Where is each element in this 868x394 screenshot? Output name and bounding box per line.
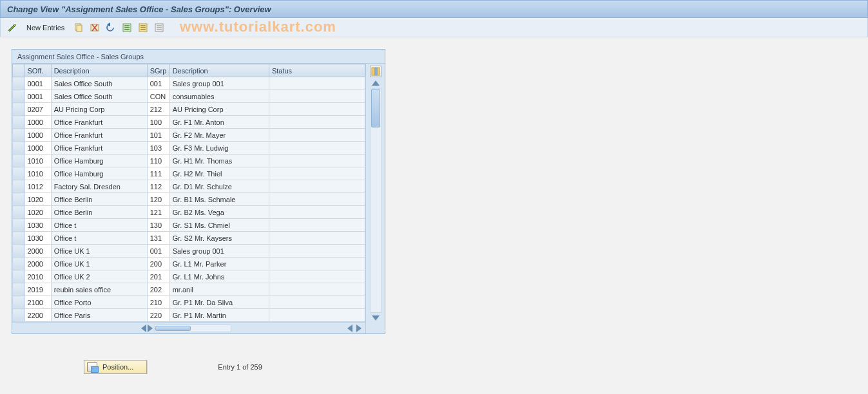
delete-icon[interactable] <box>88 21 101 34</box>
row-select-handle[interactable] <box>13 232 25 245</box>
row-select-handle[interactable] <box>13 206 25 219</box>
position-label: Position... <box>102 363 133 371</box>
position-button[interactable]: Position... <box>84 360 147 374</box>
scroll-right-icon[interactable] <box>148 324 153 332</box>
scroll-left-icon[interactable] <box>141 324 146 332</box>
application-toolbar: New Entries www.tutorialkart.com <box>0 18 868 37</box>
cell-sgrp[interactable]: 112 <box>147 180 169 193</box>
cell-sgrp[interactable]: CON <box>147 90 169 103</box>
row-select-handle[interactable] <box>13 219 25 232</box>
cell-desc1: Office Hamburg <box>51 155 147 167</box>
cell-soff[interactable]: 1030 <box>24 232 51 245</box>
cell-soff[interactable]: 1020 <box>24 193 51 206</box>
scroll-right-end-icon[interactable] <box>356 324 362 332</box>
cell-soff[interactable]: 2000 <box>24 258 51 270</box>
col-desc2[interactable]: Description <box>169 64 269 77</box>
copy-as-icon[interactable] <box>72 21 85 34</box>
cell-sgrp[interactable]: 121 <box>147 206 169 219</box>
cell-soff[interactable]: 2200 <box>24 309 51 322</box>
cell-soff[interactable]: 1030 <box>24 219 51 232</box>
cell-sgrp[interactable]: 130 <box>147 219 169 232</box>
cell-soff[interactable]: 2000 <box>24 245 51 258</box>
cell-sgrp[interactable]: 200 <box>147 258 169 270</box>
col-sgrp[interactable]: SGrp <box>147 64 169 77</box>
row-select-handle[interactable] <box>13 142 25 155</box>
watermark-text: www.tutorialkart.com <box>180 19 336 35</box>
cell-sgrp[interactable]: 120 <box>147 193 169 206</box>
cell-sgrp[interactable]: 220 <box>147 309 169 322</box>
row-select-handle[interactable] <box>13 103 25 116</box>
row-select-handle[interactable] <box>13 258 25 270</box>
row-select-handle[interactable] <box>13 167 25 180</box>
cell-soff[interactable]: 2010 <box>24 270 51 283</box>
row-select-handle[interactable] <box>13 180 25 193</box>
cell-soff[interactable]: 1000 <box>24 129 51 142</box>
h-scroll-thumb[interactable] <box>155 326 191 331</box>
window-titlebar: Change View "Assignment Sales Office - S… <box>0 0 868 18</box>
h-scroll-track[interactable] <box>154 324 231 332</box>
row-select-handle[interactable] <box>13 296 25 309</box>
cell-sgrp[interactable]: 131 <box>147 232 169 245</box>
configure-columns-icon[interactable] <box>370 66 381 77</box>
cell-soff[interactable]: 1010 <box>24 167 51 180</box>
cell-sgrp[interactable]: 001 <box>147 77 169 90</box>
cell-sgrp[interactable]: 212 <box>147 103 169 116</box>
row-select-handle[interactable] <box>13 129 25 142</box>
cell-desc1: AU Pricing Corp <box>51 103 147 116</box>
cell-sgrp[interactable]: 001 <box>147 245 169 258</box>
undo-change-icon[interactable] <box>104 21 117 34</box>
cell-soff[interactable]: 1000 <box>24 142 51 155</box>
deselect-all-icon[interactable] <box>153 21 166 34</box>
scroll-left-end-icon[interactable] <box>347 324 352 332</box>
cell-desc2: Sales group 001 <box>169 77 269 90</box>
cell-status <box>269 167 365 180</box>
cell-soff[interactable]: 0207 <box>24 103 51 116</box>
cell-soff[interactable]: 1010 <box>24 155 51 167</box>
cell-soff[interactable]: 0001 <box>24 77 51 90</box>
cell-sgrp[interactable]: 202 <box>147 283 169 296</box>
row-select-handle[interactable] <box>13 193 25 206</box>
v-scroll-thumb[interactable] <box>371 89 380 127</box>
select-all-icon[interactable] <box>121 21 133 34</box>
row-select-handle[interactable] <box>13 90 25 103</box>
cell-status <box>269 283 365 296</box>
col-status[interactable]: Status <box>269 64 365 77</box>
svg-rect-6 <box>124 29 130 30</box>
col-soff[interactable]: SOff. <box>24 64 51 77</box>
v-scroll-track[interactable] <box>370 88 381 313</box>
cell-status <box>269 155 365 167</box>
row-select-handle[interactable] <box>13 270 25 283</box>
cell-sgrp[interactable]: 100 <box>147 116 169 129</box>
cell-soff[interactable]: 2019 <box>24 283 51 296</box>
scroll-up-icon[interactable] <box>372 80 380 86</box>
cell-sgrp[interactable]: 101 <box>147 129 169 142</box>
cell-sgrp[interactable]: 103 <box>147 142 169 155</box>
cell-sgrp[interactable]: 210 <box>147 296 169 309</box>
new-entries-button[interactable]: New Entries <box>22 21 69 34</box>
row-select-handle[interactable] <box>13 77 25 90</box>
cell-sgrp[interactable]: 110 <box>147 155 169 167</box>
table-row: 1000Office Frankfurt103Gr. F3 Mr. Ludwig <box>13 142 365 155</box>
table-row: 2010Office UK 2201Gr. L1 Mr. Johns <box>13 270 365 283</box>
cell-desc1: Office Berlin <box>51 206 147 219</box>
row-select-header[interactable] <box>13 64 25 77</box>
row-select-handle[interactable] <box>13 116 25 129</box>
cell-sgrp[interactable]: 201 <box>147 270 169 283</box>
cell-soff[interactable]: 1000 <box>24 116 51 129</box>
cell-soff[interactable]: 2100 <box>24 296 51 309</box>
row-select-handle[interactable] <box>13 245 25 258</box>
select-block-icon[interactable] <box>137 21 149 34</box>
cell-soff[interactable]: 1012 <box>24 180 51 193</box>
cell-soff[interactable]: 1020 <box>24 206 51 219</box>
toggle-display-change-icon[interactable] <box>6 21 19 34</box>
scroll-down-icon[interactable] <box>372 315 380 321</box>
svg-rect-13 <box>157 27 162 28</box>
col-desc1[interactable]: Description <box>51 64 147 77</box>
cell-soff[interactable]: 0001 <box>24 90 51 103</box>
cell-desc2: Gr. S1 Ms. Chmiel <box>169 219 269 232</box>
row-select-handle[interactable] <box>13 283 25 296</box>
table-row: 1020Office Berlin120Gr. B1 Ms. Schmale <box>13 193 365 206</box>
cell-sgrp[interactable]: 111 <box>147 167 169 180</box>
row-select-handle[interactable] <box>13 155 25 167</box>
row-select-handle[interactable] <box>13 309 25 322</box>
